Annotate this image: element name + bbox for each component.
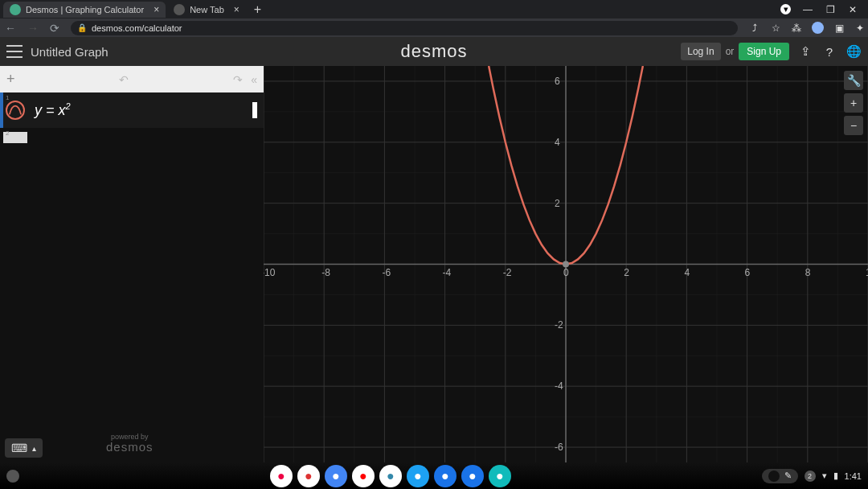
back-button[interactable]: ← [5,22,16,35]
expression-index: 1 [3,92,11,103]
share-icon[interactable]: ⤴ [749,23,760,34]
clock[interactable]: 1:41 [845,471,862,481]
chevron-up-icon: ▴ [32,444,36,453]
text-cursor [252,102,257,118]
tab-close-icon[interactable]: × [234,4,240,15]
shelf-apps: ●●●●●●●●● [270,465,511,487]
desmos-logo: desmos [400,41,467,62]
expression-color-icon[interactable] [6,101,25,120]
window-maximize-button[interactable]: ❐ [825,4,836,15]
shelf-app-play[interactable]: ● [379,465,402,487]
expression-panel: + ↶ ↷ « 1 y = x2 × 2 powered by desmos [0,66,264,462]
profile-icon[interactable] [812,22,824,34]
notification-count[interactable]: 2 [805,471,816,482]
svg-text:-8: -8 [321,267,330,278]
shelf-app-youtube[interactable]: ● [352,465,375,487]
powered-by: powered by desmos [106,434,154,453]
svg-text:-10: -10 [264,267,276,278]
expression-latex[interactable]: y = x2 [35,101,71,119]
redo-icon[interactable]: ↷ [233,73,243,86]
signup-button[interactable]: Sign Up [739,43,789,60]
main-content: + ↶ ↷ « 1 y = x2 × 2 powered by desmos -… [0,66,868,462]
surfshark-icon [768,471,780,482]
zoom-in-button[interactable]: + [844,93,863,113]
hamburger-menu-button[interactable] [6,45,23,58]
language-icon[interactable]: 🌐 [845,43,862,60]
forward-button[interactable]: → [27,22,39,35]
window-info-icon[interactable]: ▾ [780,4,791,14]
share-icon[interactable]: ⇪ [797,43,813,60]
toolbar-right: ⤴ ☆ ⁂ ▣ ✦ ⋮ [749,22,868,34]
expression-row[interactable]: 2 [0,128,264,144]
or-text: or [726,46,735,57]
svg-text:4: 4 [555,137,560,148]
address-bar[interactable]: 🔒 desmos.com/calculator [71,21,738,35]
tab-title: Desmos | Graphing Calculator [26,5,144,14]
svg-text:-2: -2 [503,267,512,278]
lock-icon: 🔒 [77,23,87,32]
browser-toolbar: ← → ⟳ 🔒 desmos.com/calculator ⤴ ☆ ⁂ ▣ ✦ … [0,18,868,37]
bookmark-icon[interactable]: ☆ [770,23,781,34]
keyboard-toggle[interactable]: ⌨ ▴ [5,438,43,458]
app-header: Untitled Graph desmos Log In or Sign Up … [0,37,868,66]
shelf-app-docs[interactable]: ● [325,465,347,487]
window-controls: ▾ — ❐ ✕ [780,4,865,15]
expression-row[interactable]: 1 y = x2 × [0,92,264,128]
expression-toolbar: + ↶ ↷ « [0,66,264,92]
tray-pill[interactable]: ✎ [762,469,798,483]
svg-text:-4: -4 [555,380,563,392]
browser-tab-strip: Desmos | Graphing Calculator × New Tab ×… [0,0,868,18]
shelf-app-gmail[interactable]: ● [297,465,320,487]
tab-title: New Tab [190,5,224,14]
graph-tools: 🔧 + − [844,71,863,135]
collapse-panel-icon[interactable]: « [251,73,257,86]
shelf-app-twitter[interactable]: ● [407,465,429,487]
svg-text:6: 6 [555,76,560,87]
svg-text:2: 2 [555,198,560,209]
add-expression-button[interactable]: + [6,71,15,88]
tab-close-icon[interactable]: × [154,4,159,15]
new-tab-button[interactable]: + [254,2,261,17]
svg-text:4: 4 [684,267,690,278]
shelf-app-messages[interactable]: ● [461,465,484,487]
undo-icon[interactable]: ↶ [119,73,129,86]
graph-svg: -10-8-6-4-20246810642-2-4-6 [264,66,868,462]
extension-icon[interactable]: ▣ [833,23,845,34]
window-close-button[interactable]: ✕ [847,4,858,15]
login-button[interactable]: Log In [681,43,720,60]
svg-text:-4: -4 [443,267,452,278]
battery-icon[interactable]: ▮ [833,471,838,481]
svg-text:-6: -6 [555,442,563,453]
extension-icon[interactable]: ⁂ [791,23,802,34]
reload-button[interactable]: ⟳ [50,22,59,35]
browser-tab[interactable]: New Tab × [167,2,246,18]
help-icon[interactable]: ? [821,43,837,60]
tab-favicon [10,4,21,15]
svg-text:8: 8 [805,267,811,278]
launcher-button[interactable] [6,470,19,483]
url-text: desmos.com/calculator [92,23,182,33]
window-minimize-button[interactable]: — [802,4,813,15]
shelf: ●●●●●●●●● ✎ 2 ▾ ▮ 1:41 [0,462,868,489]
graph-canvas[interactable]: -10-8-6-4-20246810642-2-4-6 🔧 + − [264,66,868,462]
svg-text:-6: -6 [382,267,391,278]
wifi-icon[interactable]: ▾ [822,471,827,481]
pen-icon: ✎ [784,471,792,482]
extensions-menu-icon[interactable]: ✦ [854,23,866,34]
graph-settings-button[interactable]: 🔧 [844,71,863,90]
tab-favicon [174,4,185,15]
graph-title[interactable]: Untitled Graph [31,45,108,59]
shelf-app-chrome[interactable]: ● [270,465,293,487]
svg-point-71 [563,261,569,268]
browser-tab[interactable]: Desmos | Graphing Calculator × [3,2,166,18]
system-tray: ✎ 2 ▾ ▮ 1:41 [762,469,862,483]
svg-text:-2: -2 [555,319,563,331]
shelf-app-files[interactable]: ● [434,465,457,487]
zoom-out-button[interactable]: − [844,116,863,135]
svg-text:2: 2 [624,267,629,278]
header-right: Log In or Sign Up ⇪ ? 🌐 [681,43,862,60]
shelf-app-forms[interactable]: ● [489,465,511,487]
svg-text:0: 0 [563,267,569,278]
svg-text:6: 6 [745,267,751,278]
keyboard-icon: ⌨ [11,442,27,454]
